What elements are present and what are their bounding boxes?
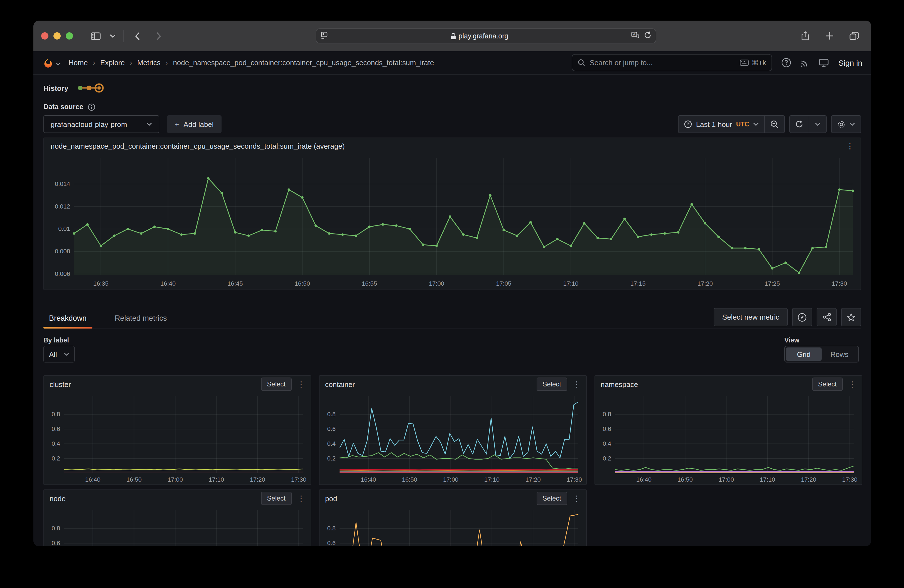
- svg-text:17:30: 17:30: [831, 280, 847, 287]
- share-metric-button[interactable]: [817, 308, 837, 326]
- svg-text:0.6: 0.6: [52, 425, 60, 432]
- address-bar[interactable]: play.grafana.org A: [316, 28, 656, 43]
- view-grid-option[interactable]: Grid: [786, 348, 822, 361]
- svg-text:16:50: 16:50: [295, 280, 310, 287]
- select-button[interactable]: Select: [261, 492, 292, 505]
- pod-chart[interactable]: 16:4016:5017:0017:1017:2017:300.20.40.60…: [323, 507, 583, 546]
- svg-text:17:20: 17:20: [801, 476, 816, 483]
- zoom-window-button[interactable]: [66, 32, 73, 40]
- svg-text:16:40: 16:40: [361, 476, 376, 483]
- svg-text:17:30: 17:30: [842, 476, 858, 483]
- by-label-select[interactable]: All: [43, 346, 74, 362]
- forward-icon[interactable]: [150, 28, 167, 43]
- share-icon[interactable]: [797, 28, 813, 43]
- bookmark-star-button[interactable]: [841, 308, 861, 326]
- info-icon[interactable]: [88, 103, 95, 111]
- namespace-chart[interactable]: 16:4016:5017:0017:1017:2017:300.20.40.60…: [598, 392, 858, 484]
- translate-icon[interactable]: A: [631, 31, 640, 41]
- grafana-logo[interactable]: [42, 57, 54, 69]
- select-button[interactable]: Select: [812, 378, 843, 391]
- active-tab-underline: [43, 327, 92, 329]
- select-new-metric-button[interactable]: Select new metric: [714, 308, 788, 326]
- panel-menu-icon[interactable]: ⋮: [573, 380, 581, 389]
- main-metric-panel: node_namespace_pod_container:container_c…: [43, 138, 861, 290]
- panel-menu-icon[interactable]: ⋮: [848, 380, 856, 389]
- svg-text:17:20: 17:20: [525, 476, 541, 483]
- select-button[interactable]: Select: [261, 378, 292, 391]
- select-button[interactable]: Select: [536, 492, 567, 505]
- search-input[interactable]: Search or jump to... ⌘+k: [572, 54, 772, 71]
- help-icon[interactable]: [782, 58, 791, 67]
- container-chart[interactable]: 16:4016:5017:0017:1017:2017:300.20.40.60…: [323, 392, 583, 484]
- tab-related-metrics[interactable]: Related metrics: [109, 308, 172, 329]
- plus-icon: +: [175, 120, 179, 128]
- time-range-picker[interactable]: Last 1 hour UTC: [679, 116, 764, 133]
- chevron-down-icon: [815, 122, 820, 126]
- reload-icon[interactable]: [644, 31, 651, 41]
- cluster-chart[interactable]: 16:4016:5017:0017:1017:2017:300.20.40.60…: [47, 392, 307, 484]
- zoom-out-time-button[interactable]: [764, 116, 784, 133]
- svg-text:0.6: 0.6: [602, 425, 611, 432]
- breadcrumb-metrics[interactable]: Metrics: [137, 58, 161, 67]
- refresh-interval-dropdown[interactable]: [809, 116, 826, 133]
- history-steps[interactable]: [76, 82, 105, 93]
- panel-menu-icon[interactable]: ⋮: [297, 494, 305, 503]
- svg-text:17:00: 17:00: [429, 280, 444, 287]
- titlebar-right-buttons: [797, 28, 862, 43]
- explore-button[interactable]: [792, 308, 812, 326]
- main-metric-chart[interactable]: 16:3516:4016:4516:5016:5517:0017:0517:10…: [49, 154, 856, 288]
- history-label[interactable]: History: [43, 84, 68, 92]
- refresh-group: [789, 115, 827, 133]
- chevron-down-icon: [64, 352, 69, 356]
- breadcrumb-explore[interactable]: Explore: [100, 58, 125, 67]
- svg-text:17:10: 17:10: [760, 476, 775, 483]
- node-chart[interactable]: 16:4016:5017:0017:1017:2017:300.20.40.60…: [47, 507, 307, 546]
- minimize-window-button[interactable]: [54, 32, 61, 40]
- sidebar-toggle-icon[interactable]: [87, 28, 104, 43]
- datasource-select[interactable]: grafanacloud-play-prom: [43, 115, 159, 133]
- svg-text:0.2: 0.2: [327, 455, 336, 462]
- search-shortcut: ⌘+k: [740, 58, 766, 67]
- settings-group: [831, 115, 861, 133]
- new-tab-icon[interactable]: [821, 28, 838, 43]
- svg-text:17:00: 17:00: [719, 476, 734, 483]
- view-rows-option[interactable]: Rows: [822, 348, 857, 361]
- svg-text:17:30: 17:30: [291, 476, 307, 483]
- close-window-button[interactable]: [41, 32, 49, 40]
- add-label-button[interactable]: + Add label: [167, 115, 221, 133]
- svg-text:0.4: 0.4: [327, 440, 336, 447]
- breakdown-panel-namespace: namespace Select ⋮ 16:4016:5017:0017:101…: [594, 375, 862, 485]
- svg-text:16:50: 16:50: [126, 476, 142, 483]
- tab-breakdown[interactable]: Breakdown: [43, 308, 92, 329]
- refresh-button[interactable]: [790, 116, 809, 133]
- reader-view-icon[interactable]: [321, 31, 328, 41]
- datasource-label-row: Data source: [43, 103, 95, 111]
- tabs-row: Breakdown Related metrics Select new met…: [43, 308, 861, 329]
- svg-text:16:40: 16:40: [636, 476, 651, 483]
- org-switcher-chevron-icon[interactable]: [56, 58, 61, 68]
- by-label-label: By label: [43, 336, 69, 344]
- monitor-icon[interactable]: [819, 58, 829, 67]
- select-button[interactable]: Select: [536, 378, 567, 391]
- tab-overview-icon[interactable]: [846, 28, 862, 43]
- view-label: View: [784, 336, 799, 344]
- svg-text:17:25: 17:25: [765, 280, 780, 287]
- breadcrumb-home[interactable]: Home: [68, 58, 88, 67]
- sign-in-button[interactable]: Sign in: [838, 58, 862, 67]
- svg-text:17:10: 17:10: [484, 476, 499, 483]
- tab-group-chevron-icon[interactable]: [104, 28, 121, 43]
- datasource-label: Data source: [43, 103, 83, 111]
- timezone-label: UTC: [736, 121, 749, 128]
- panel-menu-icon[interactable]: ⋮: [846, 141, 854, 150]
- keyboard-icon: [740, 60, 749, 66]
- svg-text:0.2: 0.2: [52, 455, 60, 462]
- svg-text:0.8: 0.8: [327, 525, 336, 532]
- settings-button[interactable]: [831, 116, 861, 133]
- panel-menu-icon[interactable]: ⋮: [573, 494, 581, 503]
- gear-icon: [837, 120, 846, 128]
- panel-menu-icon[interactable]: ⋮: [297, 380, 305, 389]
- svg-text:0.012: 0.012: [55, 203, 70, 210]
- main-panel-header: node_namespace_pod_container:container_c…: [44, 138, 861, 154]
- back-icon[interactable]: [129, 28, 146, 43]
- news-rss-icon[interactable]: [800, 58, 809, 67]
